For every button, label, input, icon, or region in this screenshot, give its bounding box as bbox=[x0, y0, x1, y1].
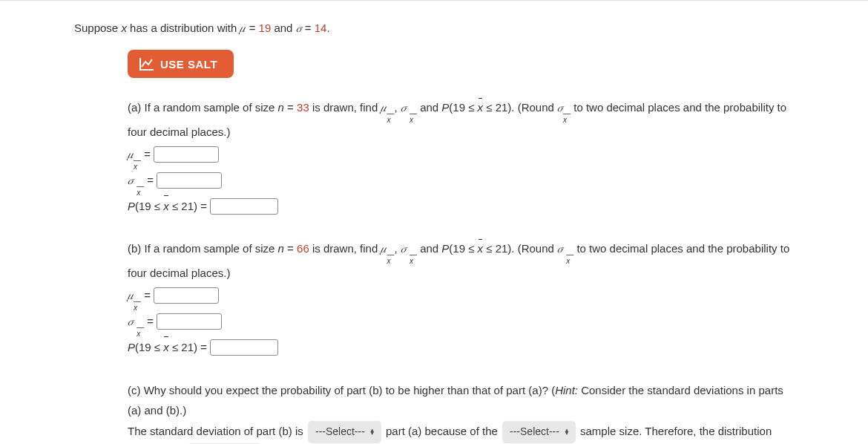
var-x: x bbox=[121, 22, 127, 34]
intro-text: has a distribution with bbox=[127, 22, 240, 34]
equals: = bbox=[284, 242, 297, 255]
equals: = bbox=[144, 174, 157, 186]
text: is drawn, find bbox=[309, 242, 381, 255]
select-samplesize[interactable]: ---Select--- ▲▼ bbox=[502, 421, 576, 443]
sigma-value: 14 bbox=[315, 22, 327, 34]
sigma-xbar-label: 𝜎 bbox=[128, 174, 134, 186]
select-placeholder: ---Select--- bbox=[315, 422, 365, 442]
text: and bbox=[417, 242, 441, 255]
part-c: (c) Why should you expect the probabilit… bbox=[74, 380, 794, 445]
text: (c) Why should you expect the probabilit… bbox=[128, 384, 555, 396]
equals: = bbox=[141, 289, 154, 301]
text: part (a) because of the bbox=[386, 425, 501, 437]
text: . (Round bbox=[511, 242, 557, 255]
prob-label: P bbox=[128, 200, 135, 212]
prob-cond: ≤ 21) bbox=[169, 200, 197, 212]
equals: = bbox=[141, 148, 154, 160]
var-n: n bbox=[278, 101, 284, 114]
chevron-updown-icon: ▲▼ bbox=[564, 429, 570, 435]
prob-cond: ≤ 21) bbox=[483, 242, 511, 255]
part-b: (b) If a random sample of size n = 66 is… bbox=[74, 238, 794, 359]
select-comparison[interactable]: ---Select--- ▲▼ bbox=[308, 421, 381, 443]
text: (a) If a random sample of size bbox=[128, 101, 278, 114]
prob-input-b[interactable] bbox=[210, 339, 278, 356]
prob-p: P bbox=[441, 101, 449, 114]
mu-xbar-input-b[interactable] bbox=[154, 287, 219, 304]
text: . (Round bbox=[511, 101, 557, 114]
n-value: 66 bbox=[297, 242, 309, 255]
equals: = bbox=[197, 200, 210, 212]
sigma-xbar-label: 𝜎 bbox=[128, 315, 134, 327]
equals: = bbox=[284, 101, 297, 114]
prob-input-a[interactable] bbox=[210, 198, 278, 215]
prob-cond: (19 ≤ bbox=[135, 200, 163, 212]
prob-cond: ≤ 21) bbox=[483, 101, 511, 114]
problem-intro: Suppose x has a distribution with 𝜇 = 19… bbox=[74, 22, 794, 35]
var-n: n bbox=[278, 242, 284, 255]
prob-cond: (19 ≤ bbox=[135, 341, 163, 353]
n-value: 33 bbox=[297, 101, 309, 114]
hint-label: Hint: bbox=[555, 384, 578, 396]
text: The standard deviation of part (b) is bbox=[128, 425, 306, 437]
text: (b) If a random sample of size bbox=[128, 242, 278, 255]
chart-icon bbox=[139, 57, 154, 71]
mu-value: 19 bbox=[259, 22, 272, 34]
mu-xbar-label: 𝜇 bbox=[128, 289, 134, 301]
comma: , bbox=[394, 101, 400, 114]
equals: = bbox=[197, 341, 210, 353]
sigma-xbar-input-a[interactable] bbox=[157, 172, 222, 189]
mu-xbar-input-a[interactable] bbox=[154, 146, 219, 163]
period: . bbox=[326, 22, 329, 34]
sigma-xbar-input-b[interactable] bbox=[157, 313, 222, 330]
intro-text: Suppose bbox=[74, 22, 121, 34]
sigma-symbol: 𝜎 bbox=[296, 22, 302, 34]
text: and bbox=[417, 101, 441, 114]
use-salt-button[interactable]: USE SALT bbox=[128, 50, 234, 78]
equals: = bbox=[144, 315, 157, 327]
prob-cond: (19 ≤ bbox=[449, 242, 477, 255]
chevron-updown-icon: ▲▼ bbox=[369, 429, 375, 435]
salt-label: USE SALT bbox=[160, 58, 217, 71]
prob-p: P bbox=[441, 242, 449, 255]
intro-text: and bbox=[271, 22, 295, 34]
mu-xbar-label: 𝜇 bbox=[128, 148, 134, 160]
prob-cond: (19 ≤ bbox=[449, 101, 477, 114]
text: is drawn, find bbox=[309, 101, 381, 114]
equals: = bbox=[302, 22, 315, 34]
select-placeholder: ---Select--- bbox=[510, 422, 559, 442]
equals: = bbox=[246, 22, 258, 34]
comma: , bbox=[394, 242, 400, 255]
part-a: (a) If a random sample of size n = 33 is… bbox=[74, 97, 794, 218]
prob-cond: ≤ 21) bbox=[169, 341, 197, 353]
prob-label: P bbox=[128, 341, 135, 353]
